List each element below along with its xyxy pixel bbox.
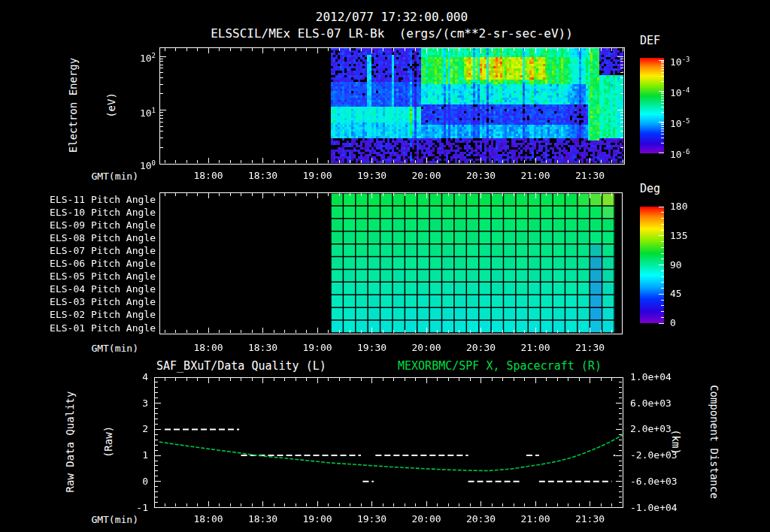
spectrogram-frame (160, 48, 625, 165)
spacecraft-distance-curve (159, 435, 623, 471)
axes-and-data-svg (0, 0, 770, 532)
plot-page: 2012/077 17:32:00.000 ELSSCIL/MEx ELS-07… (0, 0, 770, 532)
quality-frame (155, 378, 623, 508)
pitch-frame (160, 193, 623, 334)
